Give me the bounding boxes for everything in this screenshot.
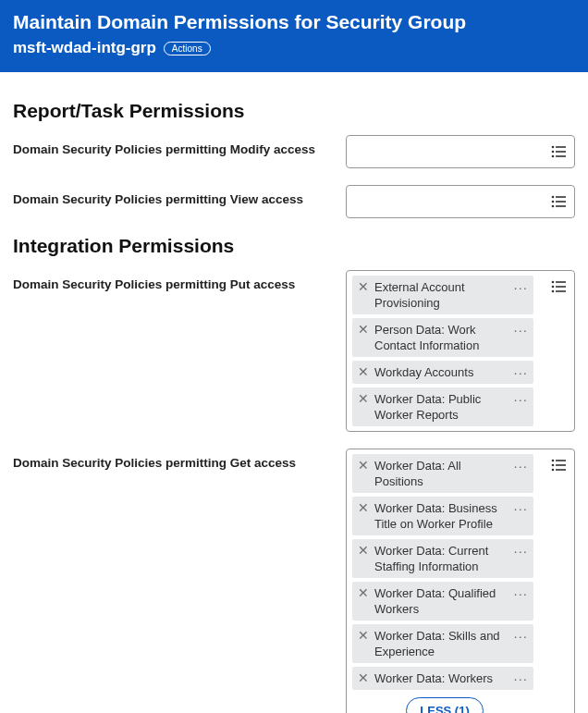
more-icon[interactable]: ···	[513, 500, 528, 516]
chip: ✕Worker Data: Public Worker Reports···	[352, 387, 533, 426]
svg-point-10	[552, 205, 555, 208]
svg-point-14	[552, 286, 555, 289]
chip: ✕Worker Data: Current Staffing Informati…	[352, 539, 533, 578]
more-icon[interactable]: ···	[513, 628, 528, 644]
list-icon[interactable]	[550, 193, 567, 214]
section-integration: Integration Permissions	[13, 235, 575, 257]
remove-icon[interactable]: ✕	[358, 585, 369, 601]
more-icon[interactable]: ···	[513, 391, 528, 407]
remove-icon[interactable]: ✕	[358, 364, 369, 380]
svg-point-22	[552, 469, 555, 472]
remove-icon[interactable]: ✕	[358, 279, 369, 295]
chip-label: Person Data: Work Contact Information	[374, 322, 508, 353]
put-picker[interactable]: ✕External Account Provisioning···✕Person…	[346, 270, 575, 432]
chip-label: Worker Data: All Positions	[374, 458, 508, 489]
chip: ✕Worker Data: Business Title on Worker P…	[352, 497, 533, 535]
field-put-access: Domain Security Policies permitting Put …	[13, 270, 575, 432]
chip-label: External Account Provisioning	[374, 279, 508, 311]
chip-label: Worker Data: Qualified Workers	[374, 585, 508, 617]
field-get-access: Domain Security Policies permitting Get …	[13, 449, 575, 713]
remove-icon[interactable]: ✕	[358, 670, 369, 686]
view-label: Domain Security Policies permitting View…	[13, 185, 346, 206]
more-icon[interactable]: ···	[513, 543, 528, 559]
list-icon[interactable]	[550, 143, 567, 164]
view-picker[interactable]	[346, 185, 575, 218]
chip: ✕Worker Data: Skills and Experience···	[352, 624, 533, 663]
list-icon[interactable]	[550, 457, 567, 477]
chip: ✕External Account Provisioning···	[352, 276, 533, 314]
field-view-access: Domain Security Policies permitting View…	[13, 185, 575, 218]
svg-point-4	[552, 155, 555, 158]
chip-label: Workday Accounts	[374, 364, 508, 380]
svg-point-8	[552, 201, 555, 203]
chip: ✕Worker Data: Qualified Workers···	[352, 582, 533, 621]
list-icon[interactable]	[550, 278, 567, 299]
put-label: Domain Security Policies permitting Put …	[13, 270, 346, 291]
remove-icon[interactable]: ✕	[358, 322, 369, 338]
actions-button[interactable]: Actions	[164, 42, 211, 55]
svg-point-2	[552, 151, 555, 154]
chip: ✕Worker Data: Workers···	[352, 667, 533, 690]
remove-icon[interactable]: ✕	[358, 500, 369, 516]
remove-icon[interactable]: ✕	[358, 543, 369, 559]
chip: ✕Worker Data: All Positions···	[352, 454, 533, 493]
svg-point-16	[552, 290, 555, 293]
more-icon[interactable]: ···	[513, 364, 528, 380]
svg-point-20	[552, 464, 555, 467]
get-picker[interactable]: ✕Worker Data: All Positions···✕Worker Da…	[346, 449, 575, 713]
chip-label: Worker Data: Current Staffing Informatio…	[374, 543, 508, 574]
modify-picker[interactable]	[346, 135, 575, 168]
less-button[interactable]: LESS (1)	[406, 697, 483, 713]
chip: ✕Workday Accounts···	[352, 361, 533, 384]
header-subline: msft-wdad-intg-grp Actions	[13, 39, 575, 57]
field-modify-access: Domain Security Policies permitting Modi…	[13, 135, 575, 168]
svg-point-0	[552, 146, 555, 149]
chip-label: Worker Data: Skills and Experience	[374, 628, 508, 659]
more-icon[interactable]: ···	[513, 322, 528, 338]
more-icon[interactable]: ···	[513, 585, 528, 601]
content-area: Report/Task Permissions Domain Security …	[0, 72, 588, 713]
remove-icon[interactable]: ✕	[358, 458, 369, 473]
svg-point-6	[552, 196, 555, 199]
svg-point-18	[552, 460, 555, 462]
page-header: Maintain Domain Permissions for Security…	[0, 0, 588, 72]
page-title: Maintain Domain Permissions for Security…	[13, 11, 575, 33]
remove-icon[interactable]: ✕	[358, 628, 369, 644]
more-icon[interactable]: ···	[513, 279, 528, 295]
chip: ✕Person Data: Work Contact Information··…	[352, 318, 533, 357]
get-label: Domain Security Policies permitting Get …	[13, 449, 346, 470]
chip-label: Worker Data: Business Title on Worker Pr…	[374, 500, 508, 532]
svg-point-12	[552, 281, 555, 284]
modify-label: Domain Security Policies permitting Modi…	[13, 135, 346, 156]
security-group-name: msft-wdad-intg-grp	[13, 39, 156, 57]
more-icon[interactable]: ···	[513, 458, 528, 473]
remove-icon[interactable]: ✕	[358, 391, 369, 407]
chip-label: Worker Data: Public Worker Reports	[374, 391, 508, 423]
section-report-task: Report/Task Permissions	[13, 100, 575, 122]
more-icon[interactable]: ···	[513, 670, 528, 686]
chip-label: Worker Data: Workers	[374, 670, 508, 686]
